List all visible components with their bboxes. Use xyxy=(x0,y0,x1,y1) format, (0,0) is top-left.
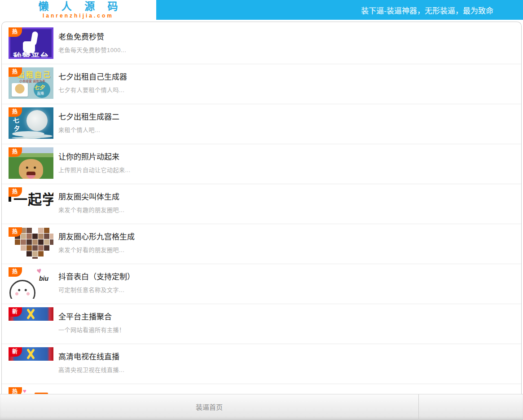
thumb-text-3: 七夕 xyxy=(34,83,44,91)
site-logo-title: 懒 人 源 码 xyxy=(33,1,123,12)
list-item[interactable]: 热 biu 抖音表白（支持定制） 可定制任意名称及文字... xyxy=(2,264,521,304)
item-title: 全平台主播聚合 xyxy=(58,312,125,322)
item-text: 高清电视在线直播 高清央视卫视在线直播... xyxy=(58,352,124,384)
site-logo[interactable]: 懒 人 源 码 lanrenzhijia.com xyxy=(0,0,156,20)
site-header: 懒 人 源 码 lanrenzhijia.com 装下逼-装逼神器，无形装逼，最… xyxy=(0,0,523,20)
item-thumbnail[interactable]: 新 xyxy=(9,347,53,384)
item-title: 朋友圈尖叫体生成 xyxy=(58,192,124,202)
item-subtitle: 一个网站看遍所有主播！ xyxy=(58,325,125,334)
item-text: 七夕出租自己生成器 七夕有人要租个情人吗... xyxy=(58,72,127,104)
item-text: 朋友圈心形九宫格生成 来发个好看的朋友圈吧... xyxy=(58,232,135,264)
list-item[interactable]: 热 出租自己 小本经营 诚信为本 七夕 直降 七夕出租自己生成器 七夕有人要租个… xyxy=(2,64,521,104)
item-title: 七夕出租生成器二 xyxy=(58,112,119,122)
item-text: 朋友圈尖叫体生成 来发个有趣的朋友圈吧... xyxy=(58,192,124,224)
thumb-text-4: 直降 xyxy=(37,91,44,96)
item-text: 七夕出租生成器二 来租个情人吧... xyxy=(58,112,119,144)
item-subtitle: 七夕有人要租个情人吗... xyxy=(58,85,127,94)
list-item[interactable]: 热 一起学 朋友圈尖叫体生成 来发个有趣的朋友圈吧... xyxy=(2,184,521,224)
site-logo-domain: lanrenzhijia.com xyxy=(43,13,114,18)
item-title: 朋友圈心形九宫格生成 xyxy=(58,232,135,242)
thumb-text-1: 出租自己 xyxy=(18,69,52,80)
item-thumbnail[interactable]: 热 一起学 xyxy=(9,187,53,224)
item-text: 全平台主播聚合 一个网站看遍所有主播！ xyxy=(58,312,125,344)
list-item[interactable]: 热 朋友圈心形九宫格生成 来发个好看的朋友圈吧... xyxy=(2,224,521,264)
list-item[interactable]: 热 秒赞平台 老鱼免费秒赞 老鱼每天免费秒赞1000... xyxy=(2,24,521,64)
item-subtitle: 来发个有趣的朋友圈吧... xyxy=(58,205,124,214)
item-thumbnail[interactable]: 热 xyxy=(9,147,53,184)
header-banner: 装下逼-装逼神器，无形装逼，最为致命 xyxy=(156,0,523,20)
thumb-text-2: 小本经营 诚信为本 xyxy=(19,79,45,83)
item-thumbnail[interactable]: 热 biu xyxy=(9,267,53,304)
item-title: 高清电视在线直播 xyxy=(58,352,124,362)
item-subtitle: 来租个情人吧... xyxy=(58,125,119,134)
item-thumbnail[interactable]: 新 xyxy=(9,307,53,344)
item-text: 老鱼免费秒赞 老鱼每天免费秒赞1000... xyxy=(58,32,126,64)
item-thumbnail[interactable]: 热 出租自己 小本经营 诚信为本 七夕 直降 xyxy=(9,67,53,104)
item-subtitle: 高清央视卫视在线直播... xyxy=(58,365,124,374)
thumb-text-1: 秒赞平台 xyxy=(10,50,52,59)
header-banner-text: 装下逼-装逼神器，无形装逼，最为致命 xyxy=(361,4,493,16)
item-thumbnail[interactable]: 热 约七夕 xyxy=(9,107,53,144)
item-subtitle: 可定制任意名称及文字... xyxy=(58,285,135,294)
item-text: 让你的照片动起来 上传照片自动让它动起来... xyxy=(58,152,131,184)
item-subtitle: 来发个好看的朋友圈吧... xyxy=(58,245,135,254)
item-title: 老鱼免费秒赞 xyxy=(58,32,126,42)
footer-bar: 装逼首页 xyxy=(0,394,523,420)
list-item[interactable]: 热 约七夕 七夕出租生成器二 来租个情人吧... xyxy=(2,104,521,144)
item-thumbnail[interactable]: 热 xyxy=(9,227,53,264)
item-text: 抖音表白（支持定制） 可定制任意名称及文字... xyxy=(58,272,135,304)
content-panel: 热 秒赞平台 老鱼免费秒赞 老鱼每天免费秒赞1000... 热 出租自己 小本经… xyxy=(1,22,522,420)
page: 懒 人 源 码 lanrenzhijia.com 装下逼-装逼神器，无形装逼，最… xyxy=(0,0,523,420)
footer-home-link[interactable]: 装逼首页 xyxy=(0,394,419,419)
item-list: 热 秒赞平台 老鱼免费秒赞 老鱼每天免费秒赞1000... 热 出租自己 小本经… xyxy=(2,22,521,420)
item-title: 抖音表白（支持定制） xyxy=(58,272,135,282)
item-subtitle: 上传照片自动让它动起来... xyxy=(58,165,131,174)
item-subtitle: 老鱼每天免费秒赞1000... xyxy=(58,45,126,54)
footer-side-area xyxy=(419,394,523,419)
list-item[interactable]: 新 全平台主播聚合 一个网站看遍所有主播！ xyxy=(2,304,521,344)
thumb-text-1: biu xyxy=(39,275,48,282)
item-title: 让你的照片动起来 xyxy=(58,152,131,162)
item-title: 七夕出租自己生成器 xyxy=(58,72,127,82)
item-thumbnail[interactable]: 热 秒赞平台 xyxy=(9,27,53,64)
list-item[interactable]: 热 让你的照片动起来 上传照片自动让它动起来... xyxy=(2,144,521,184)
list-item[interactable]: 新 高清电视在线直播 高清央视卫视在线直播... xyxy=(2,344,521,384)
footer-home-label: 装逼首页 xyxy=(196,402,223,411)
